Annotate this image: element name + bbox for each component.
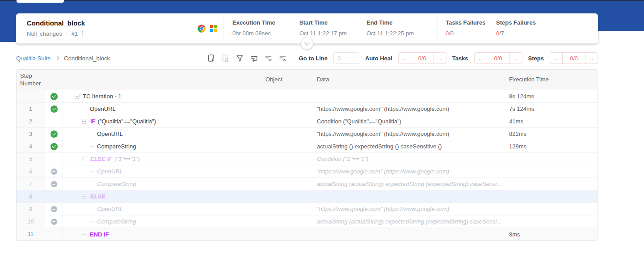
- action-label: CompareString: [97, 143, 136, 150]
- time-cell: [505, 190, 598, 202]
- expand-marker[interactable]: [82, 194, 87, 199]
- keyword-label: END IF: [90, 231, 109, 238]
- expand-marker: [89, 184, 94, 184]
- step-number-cell: 5: [17, 153, 45, 165]
- next-arrow-icon[interactable]: →: [434, 52, 446, 64]
- failures-section: Tasks Failures 0/0 Steps Failures 0/7: [438, 13, 598, 43]
- step-number-cell: 6: [17, 165, 45, 177]
- object-cell: [262, 128, 313, 140]
- time-cell: 8s 124ms: [505, 90, 598, 102]
- toolbar-divider: [293, 54, 293, 63]
- time-cell: 7s 124ms: [505, 103, 598, 115]
- status-cell: [45, 190, 63, 202]
- table-row[interactable]: 9 OpenURL "https://www.google.com" (http…: [17, 203, 598, 215]
- expand-marker[interactable]: [82, 119, 87, 124]
- metric-value: Oct 11 1:22:25 pm: [366, 30, 434, 37]
- time-cell: [505, 153, 598, 165]
- steps-label: Steps: [528, 55, 544, 62]
- report-settings-icon[interactable]: [207, 54, 215, 63]
- table-row[interactable]: 8 ELSE: [17, 190, 598, 203]
- time-cell: 41ms: [505, 115, 598, 127]
- status-icon: [51, 143, 58, 150]
- metric-value: Oct 11 1:22:17 pm: [299, 30, 366, 37]
- steps-count: 0/0: [562, 52, 585, 64]
- expand-marker[interactable]: [82, 156, 87, 161]
- action-label: OpenURL: [97, 131, 123, 137]
- auto-heal-label: Auto Heal: [365, 55, 392, 62]
- status-cell: [45, 165, 63, 177]
- step-number-cell: 11: [17, 228, 45, 240]
- prev-arrow-icon[interactable]: ←: [474, 52, 487, 64]
- chrome-icon-center: [200, 26, 204, 30]
- prev-arrow-icon[interactable]: ←: [550, 52, 563, 64]
- goto-line-label: Go to Line: [299, 55, 328, 62]
- object-cell: [262, 103, 313, 115]
- table-row[interactable]: TC Iteration - 1 8s 124ms: [17, 90, 598, 103]
- expand-marker: [89, 221, 94, 222]
- column-header-status: [45, 70, 63, 90]
- expand-marker: [82, 109, 87, 109]
- status-cell: [45, 178, 63, 190]
- table-row[interactable]: 2 IF ("Qualitia"=="Qualitia") Condition …: [17, 115, 598, 128]
- tree-cell: CompareString: [63, 140, 262, 152]
- collapse-all-icon[interactable]: [278, 54, 287, 63]
- expand-marker[interactable]: [75, 94, 80, 99]
- expand-marker: [89, 209, 94, 209]
- table-row[interactable]: 4 CompareString actualString () expected…: [17, 140, 598, 153]
- keyword-label: ELSE IF: [90, 156, 112, 162]
- table-row[interactable]: 5 ELSE IF ("1"=="1") Condition ("1"=="1"…: [17, 153, 598, 165]
- action-label: CompareString: [97, 181, 136, 187]
- table-row[interactable]: 10 CompareString actualString (actualStr…: [17, 215, 598, 228]
- column-header-action: [63, 70, 262, 90]
- step-number-cell: 2: [17, 115, 45, 127]
- table-row[interactable]: 11 END IF 8ms: [17, 228, 598, 240]
- jump-to-line-icon[interactable]: [250, 54, 258, 63]
- expand-marker: [89, 171, 94, 172]
- step-number-cell: 8: [17, 190, 45, 202]
- next-arrow-icon[interactable]: →: [585, 52, 598, 64]
- step-number-cell: 7: [17, 178, 45, 190]
- status-cell: [45, 153, 63, 165]
- auto-heal-counter: ← 0/0 →: [398, 52, 446, 64]
- table-row[interactable]: 1 OpenURL "https://www.google.com" (http…: [17, 103, 598, 115]
- expand-all-icon[interactable]: [264, 54, 273, 63]
- table-row[interactable]: 6 OpenURL "https://www.google.com" (http…: [17, 165, 598, 178]
- step-number-cell: 3: [17, 128, 45, 140]
- time-cell: [505, 215, 598, 228]
- keyword-label: IF: [90, 118, 96, 125]
- collapse-summary-button[interactable]: [301, 38, 313, 49]
- data-cell: Condition ("Qualitia"=="Qualitia"): [313, 115, 505, 127]
- filter-icon[interactable]: [236, 54, 244, 63]
- divider: [82, 30, 83, 37]
- table-row[interactable]: 7 CompareString actualString (actualStri…: [17, 178, 598, 190]
- metric-value: 0/0: [446, 30, 496, 37]
- tasks-failures-metric: Tasks Failures 0/0: [446, 19, 496, 43]
- data-cell: actualString (actualString) expectedStri…: [313, 215, 505, 228]
- object-cell: [262, 140, 313, 152]
- metric-value: 0hr 00m 08sec: [232, 30, 299, 37]
- step-number-cell: 1: [17, 103, 45, 115]
- table-row[interactable]: 3 OpenURL "https://www.google.com" (http…: [17, 128, 598, 140]
- data-cell: "https://www.google.com" (https://www.go…: [313, 103, 505, 115]
- status-icon: [51, 131, 58, 138]
- active-tab-indicator[interactable]: [17, 0, 64, 3]
- breadcrumb-suite-link[interactable]: Qualitia Suite: [16, 55, 51, 62]
- goto-line-input[interactable]: [333, 52, 359, 64]
- tasks-count: 0/0: [487, 52, 510, 64]
- action-label: OpenURL: [90, 105, 116, 112]
- prev-arrow-icon[interactable]: ←: [398, 52, 411, 64]
- status-icon: [51, 169, 57, 175]
- search-report-icon[interactable]: [221, 54, 230, 63]
- tree-cell: OpenURL: [63, 165, 262, 177]
- action-label: ("1"=="1"): [114, 156, 140, 162]
- report-toolbar: Go to Line Auto Heal ← 0/0 → Tasks ← 0/0…: [207, 52, 598, 64]
- breadcrumb: Qualitia Suite Conditional_block: [16, 55, 110, 62]
- time-cell: [505, 178, 598, 190]
- keyword-label: ELSE: [90, 193, 105, 200]
- tree-cell: CompareString: [63, 215, 262, 228]
- windows-icon: [210, 25, 217, 32]
- step-number-cell: 9: [17, 203, 45, 215]
- breadcrumb-current: Conditional_block: [64, 55, 110, 62]
- steps-failures-metric: Steps Failures 0/7: [496, 19, 547, 43]
- next-arrow-icon[interactable]: →: [509, 52, 522, 64]
